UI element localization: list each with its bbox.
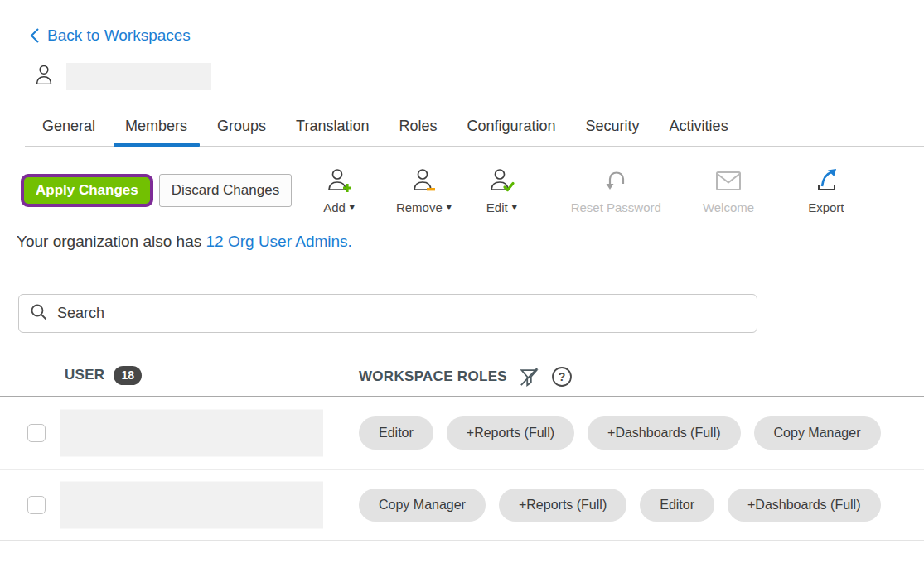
back-to-workspaces-link[interactable]: Back to Workspaces	[29, 26, 191, 45]
tab-groups[interactable]: Groups	[216, 113, 267, 146]
org-user-admins-link[interactable]: 12 Org User Admins.	[206, 233, 352, 250]
reset-password-button[interactable]: Reset Password	[571, 167, 661, 214]
search-icon	[29, 302, 49, 325]
user-count-badge: 18	[114, 366, 142, 385]
search-box	[18, 294, 757, 333]
back-link-label: Back to Workspaces	[47, 26, 191, 45]
export-button[interactable]: Export	[808, 167, 844, 214]
add-member-button[interactable]: Add▾	[323, 167, 355, 214]
welcome-label: Welcome	[703, 200, 754, 214]
edit-member-button[interactable]: Edit▾	[486, 167, 517, 214]
person-remove-icon	[409, 167, 438, 196]
remove-label: Remove	[396, 200, 443, 214]
tab-bar: General Members Groups Translation Roles…	[25, 113, 924, 147]
workspace-members-page: Back to Workspaces General Members Group…	[0, 0, 924, 568]
role-pill-group: Copy Manager +Reports (Full) Editor +Das…	[359, 489, 881, 522]
row-checkbox[interactable]	[27, 496, 46, 514]
edit-label: Edit	[486, 200, 508, 214]
member-row: Copy Manager +Reports (Full) Editor +Das…	[0, 470, 924, 541]
org-admins-note: Your organization also has 12 Org User A…	[17, 233, 352, 251]
reset-password-label: Reset Password	[571, 200, 661, 214]
workspace-roles-column-header: WORKSPACE ROLES ?	[359, 366, 573, 387]
workspace-name-redacted	[66, 63, 211, 90]
caret-down-icon: ▾	[447, 202, 452, 212]
role-pill[interactable]: Copy Manager	[359, 489, 486, 522]
tab-members[interactable]: Members	[124, 113, 188, 146]
tab-security[interactable]: Security	[585, 113, 641, 146]
role-pill[interactable]: +Dashboards (Full)	[728, 489, 881, 522]
export-label: Export	[808, 200, 844, 214]
row-checkbox[interactable]	[27, 424, 46, 442]
toolbar-divider	[781, 166, 781, 214]
person-edit-icon	[487, 167, 515, 196]
apply-changes-button[interactable]: Apply Changes	[21, 174, 153, 207]
role-pill[interactable]: Editor	[359, 416, 433, 450]
tab-activities[interactable]: Activities	[669, 113, 729, 146]
toolbar-divider	[544, 166, 544, 214]
role-pill[interactable]: +Dashboards (Full)	[588, 416, 741, 450]
user-name-redacted	[60, 482, 323, 529]
tab-roles[interactable]: Roles	[398, 113, 438, 146]
chevron-left-icon	[29, 27, 41, 44]
tab-configuration[interactable]: Configuration	[467, 113, 557, 146]
discard-changes-button[interactable]: Discard Changes	[159, 174, 292, 207]
filter-off-icon[interactable]	[519, 367, 539, 387]
members-table-header: USER 18 WORKSPACE ROLES ?	[0, 357, 924, 397]
envelope-icon	[713, 167, 744, 196]
role-pill[interactable]: +Reports (Full)	[499, 489, 626, 522]
org-note-text: Your organization also has	[17, 233, 206, 250]
user-name-redacted	[60, 410, 323, 457]
user-column-header: USER 18	[65, 366, 142, 385]
tab-translation[interactable]: Translation	[295, 113, 370, 146]
reset-password-icon	[601, 167, 631, 196]
help-icon[interactable]: ?	[551, 366, 573, 387]
person-icon	[33, 62, 55, 90]
person-add-icon	[325, 167, 353, 196]
export-icon	[812, 167, 840, 196]
workspace-profile	[33, 62, 211, 90]
welcome-button[interactable]: Welcome	[703, 167, 754, 214]
add-label: Add	[323, 200, 346, 214]
user-header-label: USER	[65, 367, 104, 383]
member-row: Editor +Reports (Full) +Dashboards (Full…	[0, 397, 924, 470]
search-input[interactable]	[57, 305, 747, 322]
role-pill[interactable]: +Reports (Full)	[447, 416, 574, 450]
caret-down-icon: ▾	[512, 202, 517, 212]
tab-general[interactable]: General	[41, 113, 96, 146]
remove-member-button[interactable]: Remove▾	[396, 167, 452, 214]
role-pill-group: Editor +Reports (Full) +Dashboards (Full…	[359, 416, 881, 450]
role-pill[interactable]: Copy Manager	[754, 416, 881, 450]
role-pill[interactable]: Editor	[640, 489, 714, 522]
members-toolbar: Apply Changes Discard Changes Add▾ Re	[21, 161, 924, 220]
caret-down-icon: ▾	[350, 202, 355, 212]
roles-header-label: WORKSPACE ROLES	[359, 368, 507, 385]
svg-text:?: ?	[559, 370, 566, 383]
